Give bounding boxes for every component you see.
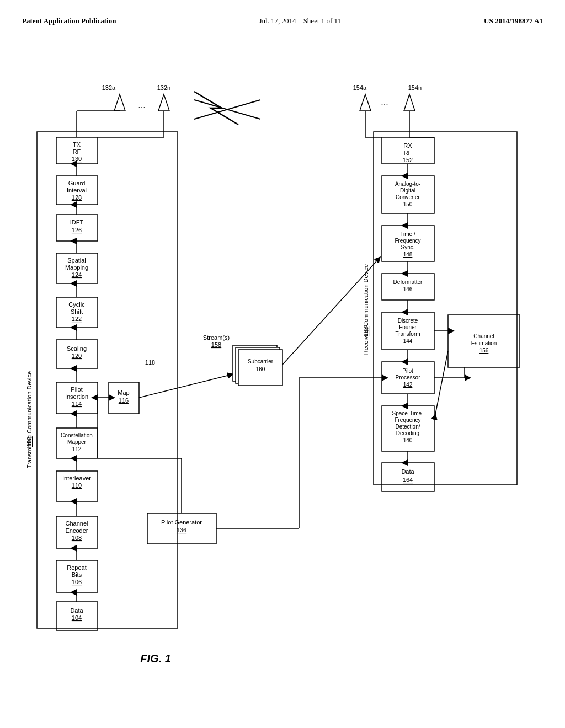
svg-text:146: 146 (403, 286, 413, 292)
diagram-area: Data 104 Repeat Bits 106 Channel Encoder… (23, 45, 542, 684)
svg-text:Transmitting Communication Dev: Transmitting Communication Device (26, 371, 33, 468)
svg-text:150: 150 (403, 201, 413, 207)
svg-text:Guard: Guard (68, 180, 86, 186)
svg-text:Frequency: Frequency (395, 417, 420, 423)
svg-text:RF: RF (404, 149, 412, 156)
svg-text:Channel: Channel (66, 520, 88, 527)
svg-text:108: 108 (72, 534, 82, 541)
publication-type: Patent Application Publication (22, 17, 116, 25)
svg-text:RF: RF (73, 148, 81, 155)
svg-text:Pilot: Pilot (71, 386, 82, 393)
svg-text:Insertion: Insertion (65, 393, 88, 400)
svg-text:TX: TX (73, 141, 81, 148)
svg-text:Mapper: Mapper (67, 439, 87, 445)
svg-marker-118 (158, 94, 169, 111)
svg-text:128: 128 (72, 194, 82, 201)
svg-text:Pilot Generator: Pilot Generator (161, 519, 202, 526)
svg-line-140 (139, 376, 227, 398)
svg-text:164: 164 (403, 477, 413, 483)
svg-text:...: ... (381, 98, 388, 107)
svg-text:Shift: Shift (71, 308, 83, 315)
svg-text:140: 140 (403, 437, 413, 443)
svg-text:Spatial: Spatial (67, 257, 86, 264)
svg-text:144: 144 (403, 338, 413, 344)
svg-text:Frequency: Frequency (395, 238, 420, 244)
page-header: Patent Application Publication Jul. 17, … (22, 11, 543, 28)
svg-text:FIG. 1: FIG. 1 (140, 652, 171, 665)
svg-text:118: 118 (145, 359, 155, 366)
svg-text:116: 116 (119, 397, 129, 404)
sheet-info: Sheet 1 of 11 (303, 17, 341, 25)
svg-text:132a: 132a (102, 84, 116, 91)
svg-text:122: 122 (72, 315, 82, 322)
svg-text:112: 112 (72, 446, 82, 452)
svg-text:Constellation: Constellation (61, 432, 93, 438)
svg-text:Scaling: Scaling (67, 345, 87, 352)
svg-text:120: 120 (72, 352, 82, 359)
svg-text:Converter: Converter (396, 194, 420, 200)
svg-text:Receiving Communication Device: Receiving Communication Device (363, 264, 369, 355)
svg-text:Discrete: Discrete (398, 318, 418, 324)
svg-marker-116 (114, 94, 125, 111)
svg-text:138: 138 (363, 326, 369, 336)
svg-text:Encoder: Encoder (66, 527, 88, 534)
patent-page: Patent Application Publication Jul. 17, … (0, 0, 565, 728)
svg-text:Space-Time-: Space-Time- (392, 410, 424, 416)
svg-text:148: 148 (403, 251, 413, 258)
svg-text:Analog-to-: Analog-to- (395, 181, 420, 187)
svg-text:130: 130 (72, 156, 82, 162)
svg-text:142: 142 (403, 382, 413, 388)
svg-text:Sync.: Sync. (401, 244, 414, 250)
svg-text:Bits: Bits (72, 571, 82, 578)
svg-text:IDFT: IDFT (70, 219, 84, 226)
svg-text:126: 126 (72, 227, 82, 233)
svg-text:124: 124 (72, 271, 82, 278)
svg-text:Data: Data (70, 607, 83, 614)
svg-line-111 (434, 351, 448, 420)
svg-text:Time /: Time / (400, 231, 415, 237)
svg-text:Mapping: Mapping (65, 264, 88, 271)
svg-text:154a: 154a (353, 84, 367, 91)
svg-text:Cyclic: Cyclic (68, 301, 85, 308)
svg-text:Digital: Digital (400, 188, 415, 194)
svg-text:104: 104 (72, 614, 82, 621)
svg-text:Subcarrier: Subcarrier (248, 358, 274, 365)
svg-text:Interval: Interval (67, 187, 87, 194)
svg-text:Deformatter: Deformatter (393, 279, 423, 285)
svg-text:156: 156 (479, 347, 489, 354)
svg-text:Stream(s): Stream(s) (203, 334, 230, 341)
svg-text:Map: Map (118, 389, 129, 396)
svg-text:152: 152 (403, 157, 413, 163)
svg-text:Estimation: Estimation (471, 340, 497, 346)
svg-text:Repeat: Repeat (67, 564, 86, 571)
pub-date: Jul. 17, 2014 (259, 17, 296, 25)
svg-text:Interleaver: Interleaver (62, 475, 91, 481)
svg-text:Fourier: Fourier (399, 324, 417, 330)
svg-text:132n: 132n (157, 84, 170, 91)
svg-text:RX: RX (403, 142, 412, 149)
svg-rect-150 (37, 132, 178, 628)
svg-text:Channel: Channel (473, 333, 494, 339)
patent-number: US 2014/198877 A1 (484, 17, 543, 25)
svg-marker-126 (404, 94, 415, 111)
svg-text:114: 114 (72, 400, 82, 407)
svg-text:158: 158 (211, 341, 221, 348)
svg-text:...: ... (138, 100, 145, 110)
svg-text:160: 160 (256, 366, 265, 372)
svg-text:154n: 154n (408, 84, 422, 91)
svg-text:Data: Data (401, 468, 414, 475)
svg-text:110: 110 (72, 482, 82, 489)
svg-text:102: 102 (26, 437, 33, 447)
svg-text:Detection/: Detection/ (395, 424, 420, 430)
svg-marker-124 (360, 94, 371, 111)
svg-text:Pilot: Pilot (402, 368, 413, 374)
patent-diagram: Data 104 Repeat Bits 106 Channel Encoder… (23, 45, 542, 684)
svg-text:Decoding: Decoding (396, 430, 419, 436)
date-sheet: Jul. 17, 2014 Sheet 1 of 11 (259, 17, 341, 25)
svg-text:Transform: Transform (395, 331, 420, 337)
svg-text:Processor: Processor (395, 374, 420, 381)
svg-text:106: 106 (72, 579, 82, 585)
